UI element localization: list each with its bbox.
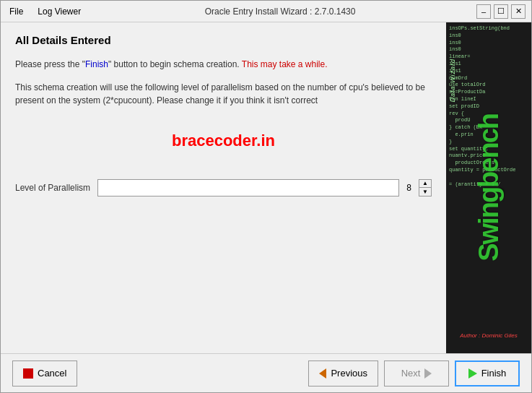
page-heading: All Details Entered: [15, 34, 432, 46]
cancel-button[interactable]: Cancel: [12, 360, 77, 386]
cancel-label: Cancel: [38, 368, 66, 379]
finish-button[interactable]: Finish: [455, 360, 520, 386]
maximize-button[interactable]: ☐: [494, 4, 508, 19]
parallelism-row: Level of Parallelism 8 ▲ ▼: [15, 179, 432, 196]
previous-icon: [319, 368, 326, 379]
spinner-up-button[interactable]: ▲: [419, 180, 431, 188]
watermark: bracecoder.in: [15, 131, 432, 150]
previous-button[interactable]: Previous: [308, 360, 378, 386]
info1-warning: This may take a while.: [240, 59, 328, 69]
swingbench-logo-text: Swingbench: [474, 114, 505, 262]
parallelism-value: 8: [406, 183, 411, 193]
window-title: Oracle Entry Install Wizard : 2.7.0.1430: [84, 7, 476, 17]
info-text-1: Please press the "Finish" button to begi…: [15, 58, 432, 71]
logo-area: Data Wizard Swingbench: [446, 22, 531, 353]
content-area: All Details Entered Please press the "Fi…: [1, 22, 531, 353]
log-viewer-menu[interactable]: Log Viewer: [35, 5, 84, 18]
info1-finish: Finish: [85, 59, 108, 69]
finish-label: Finish: [481, 368, 507, 379]
title-bar: File Log Viewer Oracle Entry Install Wiz…: [1, 1, 531, 22]
menu-bar: File Log Viewer: [6, 5, 84, 18]
author-credit: Author : Dominic Giles: [446, 332, 531, 339]
next-button[interactable]: Next: [384, 360, 449, 386]
bottom-right: Previous Next Finish: [308, 360, 520, 386]
previous-label: Previous: [331, 368, 367, 379]
minimize-button[interactable]: –: [476, 4, 491, 19]
bottom-bar: Cancel Previous Next Finish: [1, 353, 531, 392]
logo-sub: Data Wizard: [449, 59, 456, 102]
close-button[interactable]: ✕: [511, 4, 526, 19]
cancel-icon: [23, 368, 33, 379]
next-label: Next: [401, 368, 421, 379]
window-controls: – ☐ ✕: [476, 4, 526, 19]
main-window: File Log Viewer Oracle Entry Install Wiz…: [0, 0, 532, 393]
info1-post: " button to begin schema creation.: [108, 59, 240, 69]
info1-pre: Please press the ": [15, 59, 85, 69]
parallelism-spinner[interactable]: ▲ ▼: [419, 179, 432, 196]
parallelism-label: Level of Parallelism: [15, 183, 90, 193]
parallelism-input[interactable]: [97, 179, 399, 196]
next-icon: [424, 368, 432, 379]
bottom-left: Cancel: [12, 360, 308, 386]
finish-icon: [468, 368, 477, 379]
right-sidebar: insOPs.setString(bnd ins0 ins0 ins0 line…: [446, 22, 531, 353]
file-menu[interactable]: File: [6, 5, 26, 18]
info-text-2: This schema creation will use the follow…: [15, 81, 432, 107]
left-panel: All Details Entered Please press the "Fi…: [1, 22, 446, 353]
spinner-down-button[interactable]: ▼: [419, 188, 431, 196]
